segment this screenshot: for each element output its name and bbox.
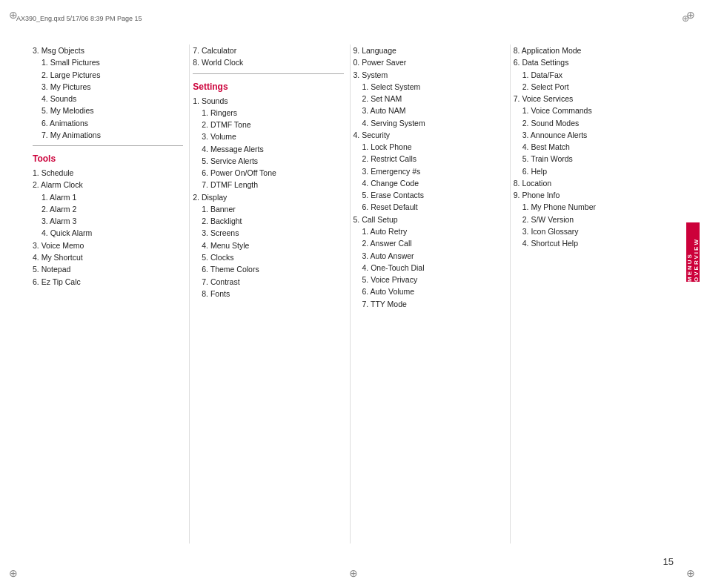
list-item: 2. Restrict Calls xyxy=(354,153,504,165)
list-item: 1. Sounds xyxy=(193,95,343,107)
list-item: 7. Voice Services xyxy=(514,93,664,105)
list-item: 2. Set NAM xyxy=(354,93,504,105)
list-item: 8. Location xyxy=(514,177,664,189)
list-item: 3. Alarm 3 xyxy=(33,215,183,227)
list-item: 1. Select System xyxy=(354,81,504,93)
red-side-tab: MENUS OVERVIEW xyxy=(686,222,700,282)
list-item: 1. Banner xyxy=(193,203,343,215)
list-item: 2. Large Pictures xyxy=(33,69,183,81)
list-item: 6. Power On/Off Tone xyxy=(193,167,343,179)
list-item: 4. Sounds xyxy=(33,93,183,105)
list-item: 4. Security xyxy=(354,129,504,141)
list-item: 1. Auto Retry xyxy=(354,225,504,237)
list-item: 5. Service Alerts xyxy=(193,155,343,167)
list-item: 3. Announce Alerts xyxy=(514,129,664,141)
list-item: 4. Quick Alarm xyxy=(33,227,183,239)
list-item: 2. S/W Version xyxy=(514,214,664,225)
list-item: 5. Notepad xyxy=(33,263,183,275)
list-item: 3. Msg Objects xyxy=(33,44,183,56)
list-item: 9. Language xyxy=(354,44,504,56)
main-content: 3. Msg Objects1. Small Pictures2. Large … xyxy=(30,44,670,544)
list-item: 1. Small Pictures xyxy=(33,56,183,68)
list-item: 4. Shortcut Help xyxy=(514,237,664,249)
list-item: 1. Voice Commands xyxy=(514,105,664,116)
list-item: 1. Lock Phone xyxy=(354,141,504,153)
column-2: 7. Calculator8. World ClockSettings1. So… xyxy=(190,44,350,544)
list-item: 1. Ringers xyxy=(193,107,343,119)
list-item: 4. Change Code xyxy=(354,177,504,189)
header-file-info: AX390_Eng.qxd 5/17/06 8:39 PM Page 15 xyxy=(16,15,142,22)
list-item: 2. DTMF Tone xyxy=(193,119,343,131)
list-item: 5. Clocks xyxy=(193,251,343,263)
list-item: 8. Application Mode xyxy=(514,44,664,56)
divider xyxy=(33,145,183,146)
list-item: 6. Help xyxy=(514,165,664,177)
list-item: 5. Voice Privacy xyxy=(354,274,504,285)
corner-crosshair-bl: ⊕ xyxy=(9,567,21,579)
corner-crosshair-br: ⊕ xyxy=(686,567,698,579)
list-item: 6. Ez Tip Calc xyxy=(33,276,183,288)
list-item: 2. Select Port xyxy=(514,81,664,93)
list-item: 1. Data/Fax xyxy=(514,69,664,81)
column-4: 8. Application Mode6. Data Settings1. Da… xyxy=(511,44,670,544)
list-item: 4. Serving System xyxy=(354,117,504,129)
header-crosshair xyxy=(680,13,691,24)
bottom-crosshair: ⊕ xyxy=(349,567,358,579)
list-item: 2. Alarm Clock xyxy=(33,179,183,191)
list-item: 2. Alarm 2 xyxy=(33,203,183,215)
list-item: 4. One-Touch Dial xyxy=(354,262,504,274)
list-item: 6. Data Settings xyxy=(514,56,664,68)
list-item: 5. Call Setup xyxy=(354,214,504,225)
list-item: 6. Theme Colors xyxy=(193,263,343,275)
list-item: 7. Calculator xyxy=(193,44,343,56)
list-item: 5. My Melodies xyxy=(33,105,183,116)
page-number: 15 xyxy=(663,556,674,567)
list-item: 3. System xyxy=(354,69,504,81)
list-item: 3. Auto Answer xyxy=(354,250,504,262)
list-item: 3. Icon Glossary xyxy=(514,225,664,237)
list-item: 8. Fonts xyxy=(193,288,343,300)
list-item: 3. Screens xyxy=(193,227,343,239)
list-item: 5. Erase Contacts xyxy=(354,189,504,201)
list-item: 6. Reset Default xyxy=(354,201,504,213)
list-item: 2. Backlight xyxy=(193,215,343,227)
section-title-settings: Settings xyxy=(193,82,343,92)
list-item: 3. Emergency #s xyxy=(354,165,504,177)
section-title-tools: Tools xyxy=(33,153,183,164)
list-item: 7. TTY Mode xyxy=(354,298,504,310)
list-item: 7. DTMF Length xyxy=(193,179,343,191)
column-3: 9. Language0. Power Saver3. System1. Sel… xyxy=(351,44,511,544)
list-item: 9. Phone Info xyxy=(514,189,664,201)
header-bar: AX390_Eng.qxd 5/17/06 8:39 PM Page 15 xyxy=(16,13,691,24)
list-item: 4. Message Alerts xyxy=(193,143,343,155)
list-item: 3. My Pictures xyxy=(33,81,183,93)
list-item: 1. My Phone Number xyxy=(514,201,664,213)
list-item: 2. Sound Modes xyxy=(514,117,664,129)
divider xyxy=(193,73,343,74)
list-item: 6. Auto Volume xyxy=(354,285,504,297)
red-tab-text: MENUS OVERVIEW xyxy=(686,222,700,282)
list-item: 3. Volume xyxy=(193,131,343,142)
list-item: 2. Answer Call xyxy=(354,237,504,249)
list-item: 1. Schedule xyxy=(33,167,183,179)
list-item: 4. Best Match xyxy=(514,141,664,153)
list-item: 1. Alarm 1 xyxy=(33,191,183,203)
list-item: 3. Voice Memo xyxy=(33,240,183,251)
list-item: 0. Power Saver xyxy=(354,56,504,68)
list-item: 4. Menu Style xyxy=(193,240,343,251)
list-item: 6. Animations xyxy=(33,117,183,129)
list-item: 4. My Shortcut xyxy=(33,251,183,263)
list-item: 3. Auto NAM xyxy=(354,105,504,116)
list-item: 7. My Animations xyxy=(33,129,183,141)
list-item: 5. Train Words xyxy=(514,153,664,165)
list-item: 2. Display xyxy=(193,191,343,203)
list-item: 8. World Clock xyxy=(193,56,343,68)
column-1: 3. Msg Objects1. Small Pictures2. Large … xyxy=(30,44,190,544)
list-item: 7. Contrast xyxy=(193,276,343,288)
